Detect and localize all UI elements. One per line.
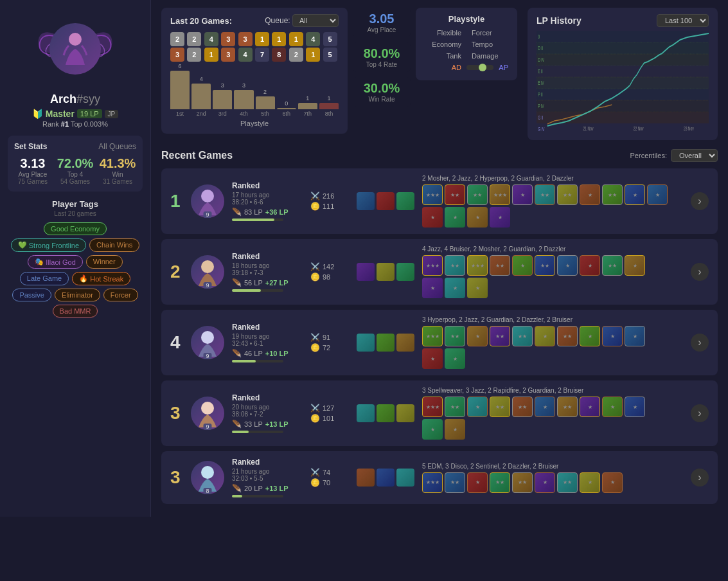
expand-button-2[interactable]: › bbox=[691, 263, 709, 281]
champ-row-3: ★★★ ★★ ★ ★★ ★★ ★ ★★ ★ ★ ★ bbox=[422, 326, 683, 346]
svg-rect-8 bbox=[537, 112, 709, 123]
champ-icon: ★★★ bbox=[467, 255, 488, 276]
champ-icon: ★ bbox=[535, 397, 555, 417]
gold-icon: 🪙 bbox=[310, 202, 320, 211]
tag-winner[interactable]: Winner bbox=[86, 255, 123, 269]
game-row-2: 2 9 Ranked 18 hours ago 39:18 • 7-3 🪶 56… bbox=[161, 239, 718, 305]
champ-icon: ★ bbox=[625, 255, 645, 276]
queue-select[interactable]: AllRanked bbox=[292, 14, 339, 27]
game-item bbox=[377, 263, 395, 281]
placement-grid: 2 2 4 3 3 1 1 1 4 5 3 2 1 3 4 bbox=[170, 32, 339, 62]
tag-eliminator[interactable]: Eliminator bbox=[55, 289, 100, 301]
tag-good-economy[interactable]: Good Economy bbox=[44, 222, 107, 235]
svg-text:0: 0 bbox=[538, 33, 540, 40]
placement-cell: 2 bbox=[289, 48, 303, 62]
champ-icon: ★ bbox=[602, 397, 623, 417]
expand-button-1[interactable]: › bbox=[691, 192, 709, 210]
game-avatar-3: 9 bbox=[191, 326, 224, 359]
champ-icon: ★★ bbox=[602, 184, 623, 205]
playstyle-row-flexible: Flexible Forcer bbox=[425, 29, 508, 37]
champ-icon: ★★ bbox=[445, 255, 465, 276]
champ-row-1: ★★★ ★★ ★★ ★★★ ★ ★★ ★★ ★ ★★ ★ ★ bbox=[422, 184, 683, 205]
game-lp-5: 🪶 20 LP +13 LP bbox=[232, 484, 303, 493]
rank-badge: 🔰 Master 19 LP JP bbox=[32, 109, 119, 119]
svg-text:22 Nov: 22 Nov bbox=[634, 125, 644, 132]
lp-feather-icon: 🪶 bbox=[232, 484, 242, 493]
game-item bbox=[396, 404, 414, 422]
champ-row-3b: ★ ★ bbox=[422, 348, 683, 369]
avatar-character bbox=[56, 30, 94, 68]
recent-games-section: Recent Games Percentiles: Overall 1 9 bbox=[161, 149, 718, 504]
champ-icon: ★★ bbox=[445, 472, 465, 493]
game-info-5: Ranked 21 hours ago 32:03 • 5-5 🪶 20 LP … bbox=[232, 458, 303, 497]
svg-rect-5 bbox=[537, 77, 709, 89]
lp-feather-icon: 🪶 bbox=[232, 278, 242, 287]
champ-icon: ★ bbox=[512, 184, 533, 205]
svg-rect-1 bbox=[537, 31, 709, 42]
tag-passive[interactable]: Passive bbox=[12, 289, 51, 301]
playstyle-row-ad-ap: AD AP bbox=[425, 64, 508, 71]
champ-icon: ★ bbox=[422, 207, 443, 228]
svg-rect-6 bbox=[537, 89, 709, 100]
champ-icon: ★ bbox=[602, 472, 623, 493]
playstyle-section: Playstyle Flexible Forcer Economy Tem bbox=[416, 8, 517, 80]
placement-cell: 3 bbox=[221, 32, 235, 46]
game-row-5: 3 8 Ranked 21 hours ago 32:03 • 5-5 🪶 20… bbox=[161, 451, 718, 504]
game-item bbox=[377, 404, 395, 422]
tag-illaoi-god[interactable]: 🎭 Illaoi God bbox=[28, 255, 82, 269]
champ-icon: ★★★ bbox=[422, 326, 443, 346]
champ-icon: ★★ bbox=[557, 184, 578, 205]
main-content: Last 20 Games: Queue: AllRanked 2 2 4 bbox=[151, 0, 728, 517]
placement-cell: 1 bbox=[289, 32, 303, 46]
playstyle-row-economy: Economy Tempo bbox=[425, 40, 508, 48]
rank-position: Rank #1 Top 0.003% bbox=[42, 120, 108, 128]
expand-button-3[interactable]: › bbox=[691, 334, 709, 352]
game-stats-4: ⚔️ 127 🪙 101 bbox=[310, 404, 349, 423]
champ-icon: ★★ bbox=[557, 472, 578, 493]
expand-button-4[interactable]: › bbox=[691, 404, 709, 422]
champ-icon: ★ bbox=[467, 472, 488, 493]
champ-icon: ★★★ bbox=[422, 472, 443, 493]
tag-strong-frontline[interactable]: 💚 Strong Frontline bbox=[11, 238, 86, 252]
tag-hot-streak[interactable]: 🔥 Hot Streak bbox=[72, 272, 130, 285]
kills-icon: ⚔️ bbox=[310, 404, 320, 413]
placement-cell: 1 bbox=[255, 32, 269, 46]
champ-icon: ★★ bbox=[445, 326, 465, 346]
game-avatar-4: 9 bbox=[191, 397, 224, 430]
tag-chain-wins[interactable]: Chain Wins bbox=[89, 238, 139, 252]
game-item bbox=[357, 404, 375, 422]
champ-icon: ★★★ bbox=[422, 184, 443, 205]
tag-late-game[interactable]: Late Game bbox=[20, 272, 69, 285]
tag-forcer[interactable]: Forcer bbox=[103, 289, 138, 301]
champ-row-1b: ★ ★ ★ ★ bbox=[422, 207, 683, 228]
champ-icon: ★ bbox=[535, 472, 555, 493]
champ-icon: ★ bbox=[445, 278, 465, 298]
svg-text:D IV: D IV bbox=[538, 56, 544, 63]
placement-cell: 5 bbox=[323, 32, 337, 46]
playstyle-row-tank: Tank Damage bbox=[425, 52, 508, 60]
game-row-1: 1 9 Ranked 17 hours ago 38:20 • 6-6 🪶 83… bbox=[161, 168, 718, 234]
player-tags: Player Tags Last 20 games Good Economy 💚… bbox=[8, 199, 143, 317]
svg-rect-7 bbox=[537, 100, 709, 112]
game-place-5: 3 bbox=[170, 467, 183, 488]
game-items-5 bbox=[357, 469, 414, 487]
champ-icon: ★ bbox=[445, 419, 465, 440]
champ-icon: ★ bbox=[422, 278, 443, 298]
placement-cell: 2 bbox=[187, 32, 201, 46]
champ-icon: ★ bbox=[535, 326, 555, 346]
percentile-select[interactable]: Overall bbox=[671, 149, 718, 162]
tag-bad-mmr[interactable]: Bad MMR bbox=[53, 305, 98, 317]
bar-5th: 2 5th bbox=[256, 89, 275, 117]
top4-stat: 72.0% Top 4 54 Games bbox=[57, 156, 94, 185]
game-item bbox=[396, 469, 414, 487]
expand-button-5[interactable]: › bbox=[691, 469, 709, 487]
game-avatar-1: 9 bbox=[191, 184, 224, 218]
top4-rate-box: 80.0% Top 4 Rate bbox=[353, 42, 411, 72]
champ-icon: ★ bbox=[580, 397, 600, 417]
game-row-4: 3 9 Ranked 20 hours ago 38:08 • 7-2 🪶 33… bbox=[161, 380, 718, 446]
game-lp-3: 🪶 46 LP +10 LP bbox=[232, 349, 303, 358]
champ-icon: ★★ bbox=[467, 184, 488, 205]
champ-icon: ★ bbox=[625, 184, 645, 205]
stat-grid: 3.13 Avg Place 75 Games 72.0% Top 4 54 G… bbox=[14, 156, 136, 185]
lp-range-select[interactable]: Last 100 bbox=[657, 14, 709, 27]
